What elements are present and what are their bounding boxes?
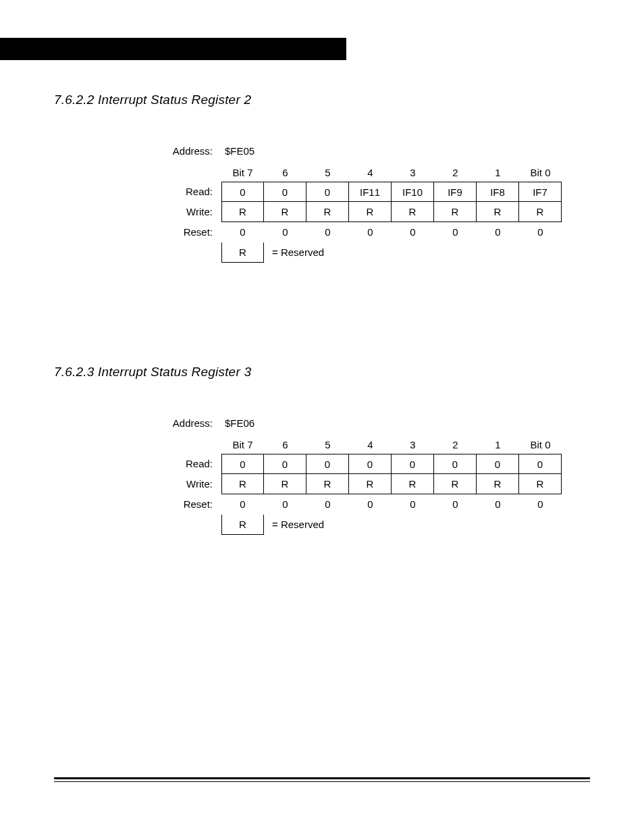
bit-header: Bit 7 [221,439,264,450]
reg3-read-bit3: 0 [392,454,434,474]
reg3-read-bit5: 0 [306,454,349,474]
reg2-reset-bit7: 0 [221,226,264,238]
legend-r-box: R [221,242,264,263]
read-label: Read: [162,458,213,469]
reg2-write-bit5: R [306,202,349,222]
register2-address-value: $FE05 [225,145,254,157]
reg3-reset-bit3: 0 [392,498,434,510]
reg3-reset-bit1: 0 [477,498,519,510]
reg3-reset-bit0: 0 [519,498,562,510]
reg3-write-bit2: R [434,474,477,494]
reg2-reset-bit4: 0 [349,226,392,238]
reg3-read-bit2: 0 [434,454,477,474]
reg3-read-bit4: 0 [349,454,392,474]
reg2-write-bit2: R [434,202,477,222]
address-label: Address: [162,145,213,157]
reg3-write-bit7: R [221,474,264,494]
reg2-read-bit4: IF11 [349,182,392,202]
reg3-read-bit6: 0 [264,454,306,474]
reg3-read-bit0: 0 [519,454,562,474]
reg3-reset-bit5: 0 [306,498,349,510]
address-label: Address: [162,417,213,429]
bit-header: 4 [349,439,392,450]
reg2-read-bit6: 0 [264,182,306,202]
reg3-write-bit5: R [306,474,349,494]
bit-header: 2 [434,167,477,178]
legend-reserved-text: = Reserved [272,246,324,258]
reg3-read-bit1: 0 [477,454,519,474]
reg3-read-bit7: 0 [221,454,264,474]
footer-rule-thick [54,777,590,779]
bit-header: 3 [392,167,434,178]
reg3-reset-bit6: 0 [264,498,306,510]
register3-address-value: $FE06 [225,417,254,429]
reg3-reset-bit4: 0 [349,498,392,510]
reg2-write-bit4: R [349,202,392,222]
reg2-write-bit7: R [221,202,264,222]
reg3-write-bit1: R [477,474,519,494]
bit-header: 5 [306,439,349,450]
bit-header: 2 [434,439,477,450]
reg2-write-bit3: R [392,202,434,222]
write-label: Write: [162,206,213,217]
header-banner [0,38,346,60]
read-label: Read: [162,186,213,197]
reg3-reset-bit7: 0 [221,498,264,510]
bit-header: Bit 7 [221,167,264,178]
bit-header: 5 [306,167,349,178]
section-heading-2: 7.6.2.3 Interrupt Status Register 3 [54,365,251,380]
page: 7.6.2.2 Interrupt Status Register 2 Addr… [0,0,644,834]
reg2-read-bit5: 0 [306,182,349,202]
bit-header: 1 [477,167,519,178]
reg2-reset-bit1: 0 [477,226,519,238]
reg2-read-bit1: IF8 [477,182,519,202]
reset-label: Reset: [162,498,213,510]
reg2-reset-bit2: 0 [434,226,477,238]
bit-header: 6 [264,439,306,450]
reg3-write-bit4: R [349,474,392,494]
reg2-read-bit0: IF7 [519,182,562,202]
reg2-write-bit6: R [264,202,306,222]
reg2-read-bit7: 0 [221,182,264,202]
reg2-reset-bit5: 0 [306,226,349,238]
reg2-read-bit2: IF9 [434,182,477,202]
reg3-write-bit0: R [519,474,562,494]
reg2-reset-bit3: 0 [392,226,434,238]
legend-reserved-text: = Reserved [272,519,324,530]
reg3-reset-bit2: 0 [434,498,477,510]
bit-header: 3 [392,439,434,450]
reg2-write-bit1: R [477,202,519,222]
footer-rule-thin [54,781,590,782]
bit-header: 1 [477,439,519,450]
write-label: Write: [162,478,213,490]
reg3-write-bit6: R [264,474,306,494]
reg3-write-bit3: R [392,474,434,494]
reg2-read-bit3: IF10 [392,182,434,202]
reg2-reset-bit0: 0 [519,226,562,238]
reg2-reset-bit6: 0 [264,226,306,238]
bit-header: 4 [349,167,392,178]
section-heading-1: 7.6.2.2 Interrupt Status Register 2 [54,93,251,107]
bit-header: Bit 0 [519,439,562,450]
bit-header: 6 [264,167,306,178]
reset-label: Reset: [162,226,213,238]
reg2-write-bit0: R [519,202,562,222]
legend-r-box: R [221,515,264,535]
bit-header: Bit 0 [519,167,562,178]
